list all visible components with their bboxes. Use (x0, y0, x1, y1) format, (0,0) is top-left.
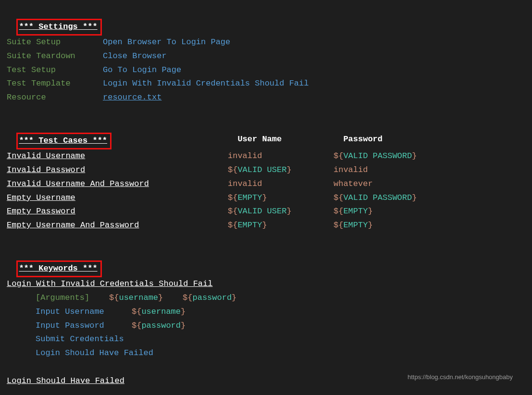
testcases-header: *** Test Cases *** (16, 133, 111, 149)
section-settings: *** Settings *** (7, 5, 512, 36)
watermark: https://blog.csdn.net/kongsuhongbaby (408, 372, 513, 383)
tc-name: Invalid Username (7, 149, 228, 163)
keyword-step: Input Password${password} (7, 319, 512, 333)
setting-key: Suite Teardown (7, 49, 103, 63)
tc-row: Empty Password${VALID USER}${EMPTY} (7, 205, 512, 219)
tc-name: Empty Username And Password (7, 219, 228, 233)
keyword-step: Submit Credentials (7, 333, 512, 346)
setting-value: Login With Invalid Credentials Should Fa… (103, 79, 309, 88)
setting-key: Test Setup (7, 63, 103, 77)
column-username: User Name (237, 133, 343, 147)
setting-test-setup: Test SetupGo To Login Page (7, 63, 512, 77)
keyword-step: Login Should Have Failed (7, 346, 512, 360)
keyword-name: Login With Invalid Credentials Should Fa… (7, 277, 512, 291)
setting-suite-teardown: Suite TeardownClose Browser (7, 49, 512, 63)
setting-resource: Resourceresource.txt (7, 91, 512, 105)
tc-name: Empty Username (7, 191, 228, 205)
setting-key: Resource (7, 91, 103, 105)
tc-row: Invalid Username And Passwordinvalidwhat… (7, 177, 512, 191)
setting-test-template: Test TemplateLogin With Invalid Credenti… (7, 77, 512, 91)
tc-row: Empty Username${EMPTY}${VALID PASSWORD} (7, 191, 512, 205)
keywords-header: *** Keywords *** (16, 260, 101, 277)
column-password: Password (343, 133, 383, 147)
resource-link[interactable]: resource.txt (103, 93, 161, 102)
section-testcases: *** Test Cases ***User NamePassword (7, 119, 512, 149)
tc-row: Empty Username And Password${EMPTY}${EMP… (7, 219, 512, 233)
tc-name: Invalid Username And Password (7, 177, 228, 191)
settings-header: *** Settings *** (16, 19, 101, 36)
tc-row: Invalid Usernameinvalid${VALID PASSWORD} (7, 149, 512, 163)
tc-row: Invalid Password${VALID USER}invalid (7, 163, 512, 177)
keyword-step: Input Username${username} (7, 305, 512, 319)
tc-name: Invalid Password (7, 163, 228, 177)
section-keywords: *** Keywords *** (7, 247, 512, 277)
setting-key: Test Template (7, 77, 103, 91)
setting-value: Close Browser (103, 51, 167, 61)
setting-suite-setup: Suite SetupOpen Browser To Login Page (7, 36, 512, 49)
tc-name: Empty Password (7, 205, 228, 219)
setting-key: Suite Setup (7, 36, 103, 49)
setting-value: Go To Login Page (103, 65, 181, 74)
setting-value: Open Browser To Login Page (103, 37, 230, 47)
keyword-arguments: [Arguments] ${username} ${password} (7, 291, 512, 305)
